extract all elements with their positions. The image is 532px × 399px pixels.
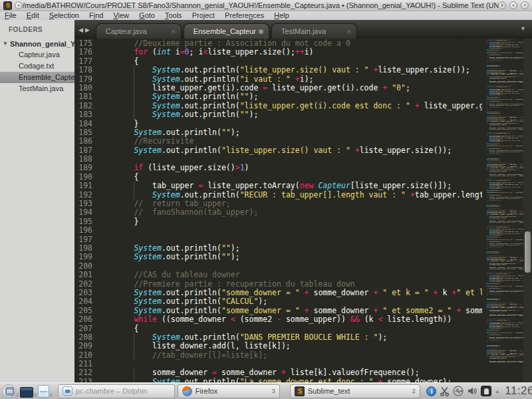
- line-number: 208: [74, 333, 92, 342]
- code-area[interactable]: 175 //Deuxieme partie : Association du m…: [74, 39, 482, 382]
- tab-scroll-arrows[interactable]: ◀▶: [78, 27, 92, 33]
- close-icon[interactable]: ×: [171, 27, 175, 35]
- sidebar-item-codage-txt[interactable]: Codage.txt: [0, 61, 74, 72]
- code-line: 184 }: [74, 120, 482, 128]
- line-number: 203: [74, 289, 92, 297]
- sidebar-root-folder[interactable]: ▼ Shannon_genial_YAOUH!: [0, 38, 74, 49]
- code-line: 205 System.out.println("somme_downer = "…: [74, 307, 482, 315]
- line-number: 178: [74, 66, 92, 74]
- line-number: 207: [74, 325, 92, 333]
- app-tray-icon[interactable]: [481, 386, 491, 396]
- line-number: 213: [74, 378, 92, 382]
- sidebar-item-ensemble-capteurs-java[interactable]: Ensemble_Capteurs.java: [0, 72, 74, 83]
- task-button-pc-chambre-dolphin[interactable]: pc-chambre – Dolphin: [58, 384, 175, 398]
- sidebar-item-capteur-java[interactable]: Capteur.java: [0, 49, 74, 61]
- menu-view[interactable]: View: [113, 11, 129, 20]
- code-line: 190 {: [74, 173, 482, 182]
- clipboard-scissors-icon[interactable]: [440, 386, 450, 396]
- tab-overflow-icon[interactable]: ▼: [520, 25, 526, 32]
- vertical-scrollbar[interactable]: [523, 39, 532, 382]
- close-icon[interactable]: ×: [346, 27, 350, 35]
- code-line: 212 somme_downer = somme_downer + liste[…: [74, 368, 482, 377]
- line-number: 179: [74, 75, 92, 84]
- launcher-badge: 1: [16, 392, 19, 398]
- modified-dot-icon: [259, 29, 263, 34]
- line-number: 201: [74, 271, 92, 279]
- menu-selection[interactable]: Selection: [49, 11, 79, 20]
- code-line: 203 System.out.println("somme_downer = "…: [74, 289, 482, 297]
- code-line: 187 System.out.println("liste_upper.size…: [74, 146, 482, 155]
- usb-device-icon[interactable]: [453, 386, 464, 396]
- code-line: 177 {: [74, 57, 482, 66]
- code-line: 179 System.out.println("i vaut : " +i);: [74, 75, 482, 84]
- menu-edit[interactable]: Edit: [27, 11, 39, 20]
- menu-project[interactable]: Project: [192, 11, 215, 20]
- line-number: 210: [74, 351, 92, 360]
- sidebar-item-testmain-java[interactable]: TestMain.java: [0, 83, 74, 94]
- code-line: 202 //Premiere partie : recuperation du …: [74, 280, 482, 289]
- line-number: 196: [74, 226, 92, 235]
- line-number: 186: [74, 137, 92, 146]
- chevron-down-icon: ▼: [3, 41, 8, 47]
- code-line: 213 System.out.println("La somme_downer …: [74, 378, 482, 382]
- scrollbar-thumb[interactable]: [525, 231, 531, 273]
- kde-menu-icon[interactable]: [2, 384, 15, 398]
- line-number: 199: [74, 253, 92, 261]
- code-line: 201 //CAS du tableau downer: [74, 271, 482, 279]
- menu-tools[interactable]: Tools: [165, 11, 182, 20]
- code-line: 193 // return tab_upper;: [74, 200, 482, 208]
- tab-label: TestMain.java: [281, 27, 344, 35]
- menu-preferences[interactable]: Preferences: [225, 11, 264, 20]
- minimize-button[interactable]: ∨: [498, 1, 506, 9]
- update-shield-icon[interactable]: [426, 386, 436, 396]
- firefox-icon: [182, 386, 192, 396]
- code-line: 194 // fanoShannon(tab_upper);: [74, 208, 482, 217]
- window-menu-button[interactable]: •: [15, 1, 23, 9]
- tab-ensemble-capteurs-java[interactable]: Ensemble_Capteurs.java: [184, 23, 269, 39]
- menu-goto[interactable]: Goto: [139, 11, 155, 20]
- code-line: 197: [74, 235, 482, 244]
- file-cabinet-icon[interactable]: [38, 385, 49, 398]
- taskbar-clock[interactable]: 11:26: [505, 384, 532, 398]
- task-button-firefox[interactable]: Firefox3: [178, 384, 280, 398]
- line-number: 204: [74, 297, 92, 306]
- line-number: 202: [74, 280, 92, 289]
- task-button-sublime-text[interactable]: Sublime_text2: [290, 384, 420, 398]
- menu-help[interactable]: Help: [274, 11, 289, 20]
- line-number: 180: [74, 84, 92, 92]
- line-number: 198: [74, 244, 92, 253]
- window-titlebar: • /media/BATHROW/Cours/PROJET S8/Fano3/S…: [0, 0, 532, 11]
- sublime-app-icon: [3, 1, 12, 10]
- tab-bar: ◀▶ Capteur.java×Ensemble_Capteurs.javaTe…: [74, 20, 532, 39]
- expand-tray-icon[interactable]: ▴: [496, 388, 499, 394]
- code-line: 210 //tab_downer[l]=liste[k];: [74, 351, 482, 360]
- tab-capteur-java[interactable]: Capteur.java×: [96, 23, 182, 39]
- line-number: 181: [74, 92, 92, 101]
- code-line: 200: [74, 262, 482, 271]
- tab-label: Ensemble_Capteurs.java: [194, 27, 256, 35]
- minimap[interactable]: //Deuxieme partie : Association du mot c…: [482, 39, 523, 382]
- menu-file[interactable]: File: [5, 11, 17, 20]
- menu-bar: FileEditSelectionFindViewGotoToolsProjec…: [0, 11, 532, 20]
- line-number: 182: [74, 102, 92, 110]
- task-label: Sublime_text: [308, 387, 410, 395]
- line-number: 212: [74, 368, 92, 377]
- line-number: 206: [74, 315, 92, 324]
- maximize-button[interactable]: •: [509, 1, 517, 9]
- line-number: 189: [74, 164, 92, 172]
- code-line: 189 if (liste_upper.size()>1): [74, 164, 482, 172]
- task-label: pc-chambre – Dolphin: [76, 387, 170, 395]
- code-line: 198 System.out.println("");: [74, 244, 482, 253]
- menu-find[interactable]: Find: [89, 11, 103, 20]
- task-label: Firefox: [196, 387, 269, 395]
- volume-icon[interactable]: [467, 386, 477, 396]
- code-line: 199 System.out.println("");: [74, 253, 482, 261]
- line-number: 190: [74, 173, 92, 182]
- root-folder-label: Shannon_genial_YAOUH!: [10, 40, 74, 48]
- close-button[interactable]: ×: [521, 1, 529, 9]
- folders-header: FOLDERS: [0, 26, 74, 33]
- code-line: 181 System.out.println("");: [74, 92, 482, 101]
- line-number: 192: [74, 191, 92, 200]
- pager-icon[interactable]: [20, 387, 33, 398]
- tab-testmain-java[interactable]: TestMain.java×: [271, 23, 357, 39]
